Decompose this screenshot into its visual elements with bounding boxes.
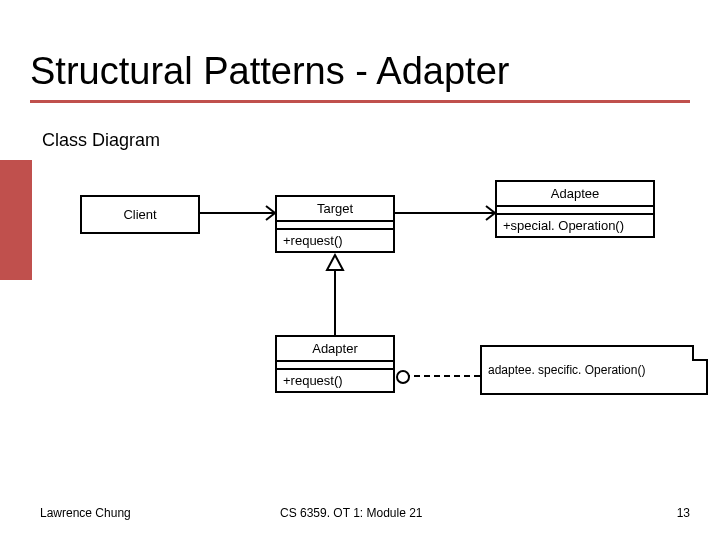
accent-bar [0, 160, 32, 280]
uml-class-adaptee: Adaptee +special. Operation() [495, 180, 655, 238]
class-mid [277, 222, 393, 230]
class-name: Adaptee [497, 182, 653, 207]
title-underline [30, 100, 690, 103]
class-op: +request() [277, 370, 393, 391]
note-connector [404, 375, 480, 377]
class-name: Target [277, 197, 393, 222]
uml-note: adaptee. specific. Operation() [480, 345, 708, 395]
class-op: +request() [277, 230, 393, 251]
footer-page: 13 [677, 506, 690, 520]
class-name: Adapter [277, 337, 393, 362]
class-mid [497, 207, 653, 215]
page-title: Structural Patterns - Adapter [30, 50, 509, 93]
note-anchor-icon [396, 370, 410, 384]
class-mid [277, 362, 393, 370]
uml-class-adapter: Adapter +request() [275, 335, 395, 393]
footer-author: Lawrence Chung [40, 506, 131, 520]
note-text: adaptee. specific. Operation() [488, 363, 645, 377]
footer-course: CS 6359. OT 1: Module 21 [280, 506, 423, 520]
note-fold-icon [692, 345, 708, 361]
class-name: Client [82, 197, 198, 232]
uml-class-target: Target +request() [275, 195, 395, 253]
class-op: +special. Operation() [497, 215, 653, 236]
subtitle: Class Diagram [42, 130, 160, 151]
uml-class-client: Client [80, 195, 200, 234]
svg-marker-3 [327, 255, 343, 270]
